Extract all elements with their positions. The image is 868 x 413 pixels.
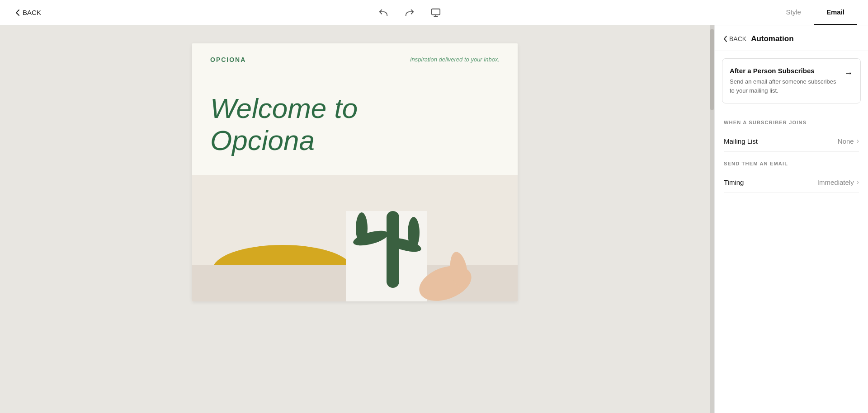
svg-rect-0 <box>432 9 440 14</box>
automation-card-title: After a Person Subscribes <box>730 67 839 75</box>
panel-section-title: Automation <box>751 34 793 43</box>
email-hero: Welcome to Opciona <box>192 74 518 175</box>
subscriber-joins-label: WHEN A SUBSCRIBER JOINS <box>724 120 859 125</box>
automation-card-content: After a Person Subscribes Send an email … <box>730 67 839 95</box>
back-label: BACK <box>23 9 41 16</box>
preview-area: OPCIONA Inspiration delivered to your in… <box>0 25 710 413</box>
email-image-placeholder <box>192 175 518 301</box>
toolbar: BACK Style Email <box>0 0 868 25</box>
redo-icon <box>405 8 415 18</box>
automation-card-arrow-icon: → <box>844 68 853 78</box>
automation-card-description: Send an email after someone subscribes t… <box>730 77 839 95</box>
automation-card[interactable]: After a Person Subscribes Send an email … <box>722 58 861 103</box>
desktop-view-button[interactable] <box>427 4 444 21</box>
email-header: OPCIONA Inspiration delivered to your in… <box>192 43 518 74</box>
mailing-list-label: Mailing List <box>724 137 758 145</box>
tab-email[interactable]: Email <box>814 0 857 25</box>
main-content: OPCIONA Inspiration delivered to your in… <box>0 25 868 413</box>
svg-point-10 <box>408 217 420 249</box>
timing-chevron-icon: › <box>857 178 859 186</box>
email-tagline: Inspiration delivered to your inbox. <box>410 56 500 63</box>
timing-label: Timing <box>724 178 744 186</box>
subscriber-joins-section: WHEN A SUBSCRIBER JOINS Mailing List Non… <box>715 111 868 152</box>
mailing-list-value-text: None <box>838 137 854 145</box>
headline-line2: Opciona <box>210 125 315 156</box>
tab-style[interactable]: Style <box>774 0 814 25</box>
email-title: Welcome to Opciona <box>210 92 500 157</box>
toolbar-center <box>375 4 444 21</box>
svg-rect-6 <box>387 211 399 288</box>
timing-value: Immediately › <box>817 178 859 186</box>
desktop-icon <box>431 8 441 18</box>
panel-back-label: BACK <box>729 35 746 42</box>
panel-back-row: BACK Automation <box>715 25 868 51</box>
send-email-label: SEND THEM AN EMAIL <box>724 161 859 166</box>
send-email-section: SEND THEM AN EMAIL Timing Immediately › <box>715 152 868 193</box>
scrollbar-thumb[interactable] <box>710 29 714 110</box>
email-logo: OPCIONA <box>210 56 246 63</box>
headline-line1: Welcome to <box>210 93 358 124</box>
mailing-list-value: None › <box>838 137 859 145</box>
scrollbar-track[interactable] <box>710 25 714 413</box>
email-preview: OPCIONA Inspiration delivered to your in… <box>192 43 518 301</box>
redo-button[interactable] <box>401 4 418 21</box>
email-scene-illustration <box>192 175 518 301</box>
back-button[interactable]: BACK <box>11 6 46 19</box>
toolbar-left: BACK <box>11 6 46 19</box>
mailing-list-chevron-icon: › <box>857 137 859 145</box>
undo-icon <box>378 8 388 18</box>
mailing-list-row[interactable]: Mailing List None › <box>724 131 859 152</box>
toolbar-tabs: Style Email <box>774 0 857 25</box>
svg-point-8 <box>356 212 368 244</box>
panel-back-button[interactable]: BACK <box>724 35 746 42</box>
timing-row[interactable]: Timing Immediately › <box>724 172 859 193</box>
right-panel: BACK Automation After a Person Subscribe… <box>714 25 868 413</box>
timing-value-text: Immediately <box>817 178 854 186</box>
panel-back-chevron-icon <box>724 36 727 42</box>
undo-button[interactable] <box>375 4 392 21</box>
chevron-left-icon <box>15 9 20 16</box>
